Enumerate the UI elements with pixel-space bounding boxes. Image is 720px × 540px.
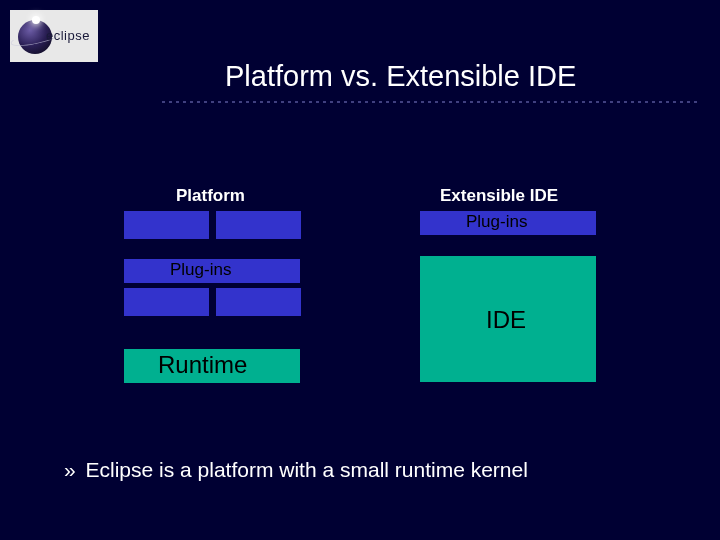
logo-text: eclipse (46, 28, 90, 43)
footer-text: Eclipse is a platform with a small runti… (86, 458, 528, 481)
footer-line: » Eclipse is a platform with a small run… (64, 458, 528, 482)
ide-plugins-label: Plug-ins (466, 212, 527, 232)
column-header-extensible-ide: Extensible IDE (440, 186, 558, 206)
platform-box-top-left (124, 211, 209, 239)
platform-box-bottom-left (124, 288, 209, 316)
ide-label: IDE (486, 306, 526, 334)
platform-box-bottom-right (216, 288, 301, 316)
platform-box-top-right (216, 211, 301, 239)
runtime-label: Runtime (158, 351, 247, 379)
platform-plugins-label: Plug-ins (170, 260, 231, 280)
title-underline (160, 100, 700, 104)
eclipse-logo: eclipse (10, 10, 98, 62)
slide-title: Platform vs. Extensible IDE (225, 60, 576, 93)
bullet-icon: » (64, 458, 76, 481)
column-header-platform: Platform (176, 186, 245, 206)
